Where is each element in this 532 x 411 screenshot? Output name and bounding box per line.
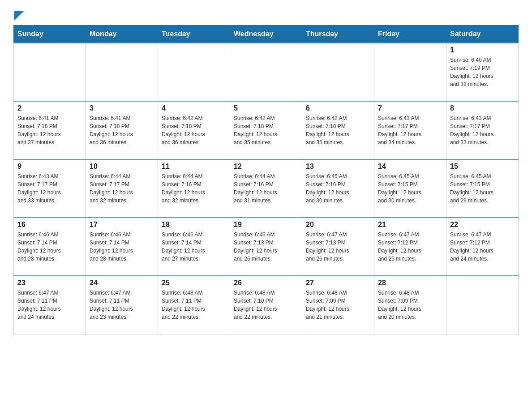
calendar-cell: 17Sunrise: 6:46 AM Sunset: 7:14 PM Dayli… <box>86 218 158 276</box>
day-number: 7 <box>378 104 442 112</box>
day-info: Sunrise: 6:47 AM Sunset: 7:12 PM Dayligh… <box>450 231 515 263</box>
logo <box>13 9 24 21</box>
day-info: Sunrise: 6:41 AM Sunset: 7:18 PM Dayligh… <box>90 114 154 146</box>
calendar-cell: 18Sunrise: 6:46 AM Sunset: 7:14 PM Dayli… <box>158 218 230 276</box>
calendar-week-row: 23Sunrise: 6:47 AM Sunset: 7:11 PM Dayli… <box>14 276 519 334</box>
day-number: 19 <box>234 221 298 229</box>
calendar-week-row: 2Sunrise: 6:41 AM Sunset: 7:18 PM Daylig… <box>14 101 519 159</box>
day-number: 18 <box>162 221 226 229</box>
calendar-cell <box>14 43 86 101</box>
calendar-cell: 11Sunrise: 6:44 AM Sunset: 7:16 PM Dayli… <box>158 159 230 218</box>
day-number: 15 <box>450 163 515 171</box>
calendar-cell: 22Sunrise: 6:47 AM Sunset: 7:12 PM Dayli… <box>446 218 519 276</box>
day-info: Sunrise: 6:40 AM Sunset: 7:19 PM Dayligh… <box>450 56 515 88</box>
day-info: Sunrise: 6:43 AM Sunset: 7:17 PM Dayligh… <box>378 114 442 146</box>
calendar-week-row: 16Sunrise: 6:46 AM Sunset: 7:14 PM Dayli… <box>14 218 519 276</box>
calendar-cell: 12Sunrise: 6:44 AM Sunset: 7:16 PM Dayli… <box>230 159 302 218</box>
day-info: Sunrise: 6:44 AM Sunset: 7:17 PM Dayligh… <box>90 172 154 205</box>
day-number: 8 <box>450 104 515 112</box>
calendar-cell: 21Sunrise: 6:47 AM Sunset: 7:12 PM Dayli… <box>374 218 446 276</box>
day-info: Sunrise: 6:46 AM Sunset: 7:14 PM Dayligh… <box>17 231 82 263</box>
day-number: 21 <box>378 221 442 229</box>
day-number: 5 <box>234 104 298 112</box>
calendar-cell: 9Sunrise: 6:43 AM Sunset: 7:17 PM Daylig… <box>14 159 86 218</box>
calendar-cell: 16Sunrise: 6:46 AM Sunset: 7:14 PM Dayli… <box>14 218 86 276</box>
calendar-cell: 27Sunrise: 6:48 AM Sunset: 7:09 PM Dayli… <box>302 276 374 334</box>
day-info: Sunrise: 6:48 AM Sunset: 7:10 PM Dayligh… <box>234 289 298 321</box>
calendar-cell: 20Sunrise: 6:47 AM Sunset: 7:13 PM Dayli… <box>302 218 374 276</box>
day-number: 1 <box>450 46 515 54</box>
page-header <box>13 9 519 21</box>
calendar-cell: 3Sunrise: 6:41 AM Sunset: 7:18 PM Daylig… <box>86 101 158 159</box>
day-number: 2 <box>17 104 82 112</box>
calendar-cell: 5Sunrise: 6:42 AM Sunset: 7:18 PM Daylig… <box>230 101 302 159</box>
day-number: 24 <box>90 279 154 287</box>
day-info: Sunrise: 6:47 AM Sunset: 7:13 PM Dayligh… <box>306 231 370 263</box>
calendar-cell: 24Sunrise: 6:47 AM Sunset: 7:11 PM Dayli… <box>86 276 158 334</box>
day-info: Sunrise: 6:45 AM Sunset: 7:15 PM Dayligh… <box>378 172 442 205</box>
day-number: 9 <box>17 163 82 171</box>
day-info: Sunrise: 6:46 AM Sunset: 7:13 PM Dayligh… <box>234 231 298 263</box>
day-info: Sunrise: 6:42 AM Sunset: 7:18 PM Dayligh… <box>162 114 226 146</box>
weekday-header-sunday: Sunday <box>14 26 86 43</box>
day-info: Sunrise: 6:45 AM Sunset: 7:15 PM Dayligh… <box>450 172 515 205</box>
day-info: Sunrise: 6:47 AM Sunset: 7:11 PM Dayligh… <box>90 289 154 321</box>
day-number: 3 <box>90 104 154 112</box>
day-info: Sunrise: 6:44 AM Sunset: 7:16 PM Dayligh… <box>234 172 298 205</box>
day-info: Sunrise: 6:42 AM Sunset: 7:18 PM Dayligh… <box>234 114 298 146</box>
day-number: 28 <box>378 279 442 287</box>
day-number: 20 <box>306 221 370 229</box>
day-number: 11 <box>162 163 226 171</box>
calendar-cell: 23Sunrise: 6:47 AM Sunset: 7:11 PM Dayli… <box>14 276 86 334</box>
day-info: Sunrise: 6:46 AM Sunset: 7:14 PM Dayligh… <box>90 231 154 263</box>
logo-arrow-icon <box>14 11 24 21</box>
calendar-cell: 4Sunrise: 6:42 AM Sunset: 7:18 PM Daylig… <box>158 101 230 159</box>
day-number: 14 <box>378 163 442 171</box>
day-number: 16 <box>17 221 82 229</box>
day-info: Sunrise: 6:41 AM Sunset: 7:18 PM Dayligh… <box>17 114 82 146</box>
calendar-week-row: 1Sunrise: 6:40 AM Sunset: 7:19 PM Daylig… <box>14 43 519 101</box>
day-number: 26 <box>234 279 298 287</box>
calendar-cell: 19Sunrise: 6:46 AM Sunset: 7:13 PM Dayli… <box>230 218 302 276</box>
calendar-cell: 13Sunrise: 6:45 AM Sunset: 7:16 PM Dayli… <box>302 159 374 218</box>
weekday-header-wednesday: Wednesday <box>230 26 302 43</box>
calendar-header-row: SundayMondayTuesdayWednesdayThursdayFrid… <box>14 26 519 43</box>
calendar-cell: 25Sunrise: 6:48 AM Sunset: 7:11 PM Dayli… <box>158 276 230 334</box>
calendar-cell: 8Sunrise: 6:43 AM Sunset: 7:17 PM Daylig… <box>446 101 519 159</box>
calendar-cell <box>374 43 446 101</box>
calendar-week-row: 9Sunrise: 6:43 AM Sunset: 7:17 PM Daylig… <box>14 159 519 218</box>
day-info: Sunrise: 6:43 AM Sunset: 7:17 PM Dayligh… <box>450 114 515 146</box>
day-info: Sunrise: 6:44 AM Sunset: 7:16 PM Dayligh… <box>162 172 226 205</box>
calendar-cell: 7Sunrise: 6:43 AM Sunset: 7:17 PM Daylig… <box>374 101 446 159</box>
day-info: Sunrise: 6:46 AM Sunset: 7:14 PM Dayligh… <box>162 231 226 263</box>
calendar-cell: 2Sunrise: 6:41 AM Sunset: 7:18 PM Daylig… <box>14 101 86 159</box>
day-info: Sunrise: 6:42 AM Sunset: 7:18 PM Dayligh… <box>306 114 370 146</box>
calendar-cell <box>158 43 230 101</box>
weekday-header-monday: Monday <box>86 26 158 43</box>
day-info: Sunrise: 6:47 AM Sunset: 7:12 PM Dayligh… <box>378 231 442 263</box>
day-info: Sunrise: 6:48 AM Sunset: 7:09 PM Dayligh… <box>378 289 442 321</box>
calendar-cell: 26Sunrise: 6:48 AM Sunset: 7:10 PM Dayli… <box>230 276 302 334</box>
calendar-cell: 1Sunrise: 6:40 AM Sunset: 7:19 PM Daylig… <box>446 43 519 101</box>
calendar-cell <box>86 43 158 101</box>
weekday-header-saturday: Saturday <box>446 26 519 43</box>
day-info: Sunrise: 6:45 AM Sunset: 7:16 PM Dayligh… <box>306 172 370 205</box>
day-info: Sunrise: 6:48 AM Sunset: 7:09 PM Dayligh… <box>306 289 370 321</box>
day-number: 25 <box>162 279 226 287</box>
day-number: 17 <box>90 221 154 229</box>
weekday-header-friday: Friday <box>374 26 446 43</box>
day-info: Sunrise: 6:48 AM Sunset: 7:11 PM Dayligh… <box>162 289 226 321</box>
svg-marker-0 <box>14 11 24 21</box>
day-number: 23 <box>17 279 82 287</box>
day-number: 27 <box>306 279 370 287</box>
day-number: 10 <box>90 163 154 171</box>
calendar-cell: 6Sunrise: 6:42 AM Sunset: 7:18 PM Daylig… <box>302 101 374 159</box>
calendar-cell <box>446 276 519 334</box>
calendar-cell: 28Sunrise: 6:48 AM Sunset: 7:09 PM Dayli… <box>374 276 446 334</box>
calendar-table: SundayMondayTuesdayWednesdayThursdayFrid… <box>13 25 519 334</box>
calendar-cell: 15Sunrise: 6:45 AM Sunset: 7:15 PM Dayli… <box>446 159 519 218</box>
day-number: 12 <box>234 163 298 171</box>
weekday-header-thursday: Thursday <box>302 26 374 43</box>
calendar-cell: 10Sunrise: 6:44 AM Sunset: 7:17 PM Dayli… <box>86 159 158 218</box>
day-info: Sunrise: 6:43 AM Sunset: 7:17 PM Dayligh… <box>17 172 82 205</box>
